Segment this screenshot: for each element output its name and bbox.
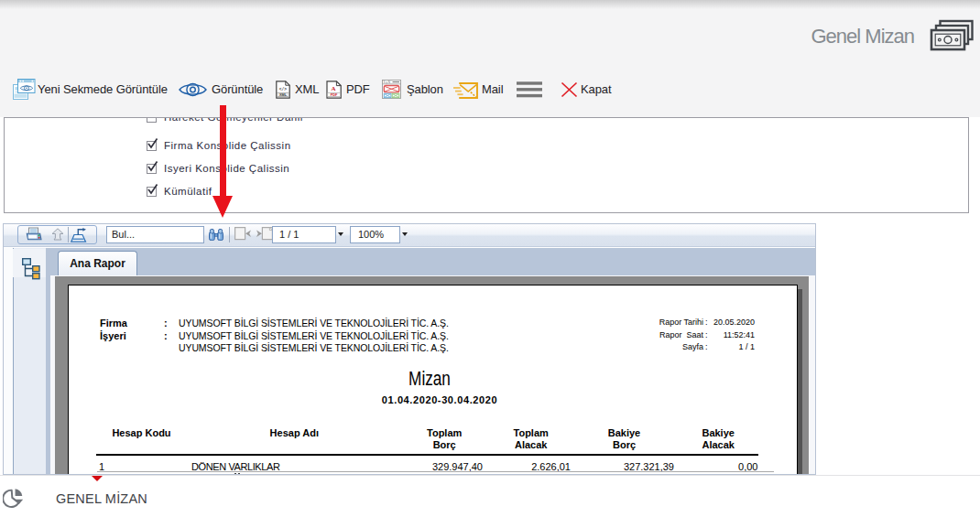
svg-text:A: A [331, 85, 335, 92]
svg-text:</>: </> [279, 87, 288, 92]
svg-text:PDF: PDF [331, 93, 338, 97]
svg-text:3.ş.N: 3.ş.N [384, 81, 391, 84]
svg-text:XML: XML [279, 93, 288, 97]
